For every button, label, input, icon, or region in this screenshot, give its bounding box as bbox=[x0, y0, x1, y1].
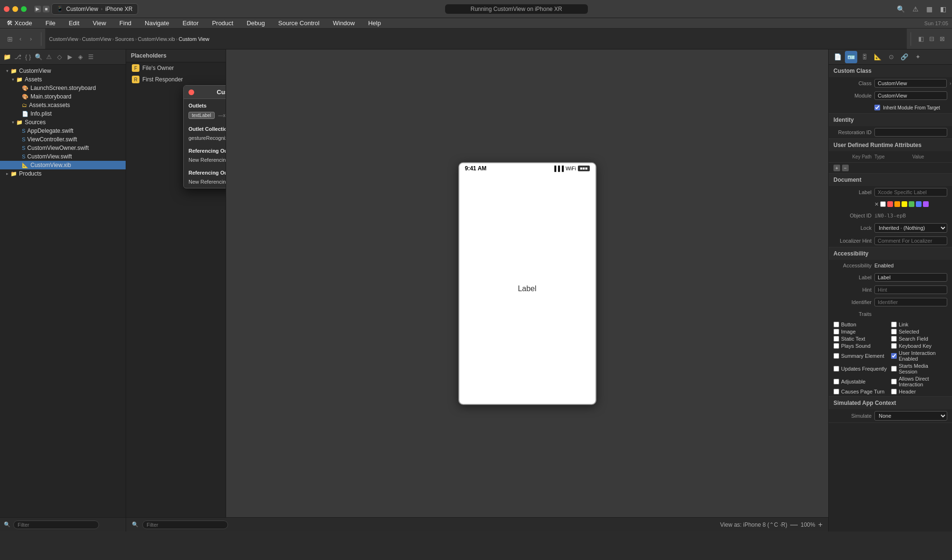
disclosure-sources[interactable]: ▾ bbox=[10, 119, 16, 126]
trait-image-checkbox[interactable] bbox=[833, 329, 839, 334]
tree-item-customview-swift[interactable]: ▸ S CustomView.swift bbox=[0, 152, 126, 161]
identity-header[interactable]: Identity bbox=[829, 114, 952, 126]
tree-item-products[interactable]: ▸ 📁 Products bbox=[0, 169, 126, 178]
trait-adjustable-checkbox[interactable] bbox=[833, 379, 839, 384]
color-swatch-green[interactable] bbox=[909, 201, 914, 207]
report-navigator-icon[interactable]: ☰ bbox=[87, 53, 95, 61]
trait-plays-sound-checkbox[interactable] bbox=[833, 343, 839, 349]
menu-editor[interactable]: Editor bbox=[179, 19, 201, 28]
minimize-button[interactable] bbox=[12, 6, 18, 12]
file-inspector-icon[interactable]: 📄 bbox=[832, 51, 844, 63]
trait-static-text-checkbox[interactable] bbox=[833, 336, 839, 342]
placeholder-files-owner[interactable]: F File's Owner bbox=[126, 62, 226, 74]
source-control-icon[interactable]: ⎇ bbox=[13, 53, 22, 61]
accessibility-identifier-input[interactable] bbox=[874, 298, 947, 306]
bindings-inspector-icon[interactable]: 🔗 bbox=[898, 51, 911, 63]
trait-link-checkbox[interactable] bbox=[891, 322, 897, 327]
color-swatch-orange[interactable] bbox=[894, 201, 900, 207]
inherit-module-checkbox[interactable] bbox=[874, 105, 880, 110]
ib-canvas[interactable]: 9:41 AM ▐▐▐ WiFi ■■■ Label bbox=[226, 49, 828, 517]
disclosure-products[interactable]: ▸ bbox=[4, 170, 10, 177]
remove-color-icon[interactable]: ✕ bbox=[874, 201, 879, 207]
menu-debug[interactable]: Debug bbox=[244, 19, 268, 28]
breadcrumb-customview[interactable]: CustomView bbox=[82, 36, 111, 42]
trait-causes-page-turn-checkbox[interactable] bbox=[833, 389, 839, 394]
breadcrumb-custom-view[interactable]: Custom View bbox=[178, 36, 209, 42]
menu-source-control[interactable]: Source Control bbox=[276, 19, 323, 28]
document-header[interactable]: Document bbox=[829, 174, 952, 186]
popup-close-button[interactable] bbox=[188, 89, 194, 95]
class-arrow-icon[interactable]: › bbox=[950, 81, 951, 86]
placeholder-first-responder[interactable]: R First Responder bbox=[126, 74, 226, 85]
nav-panel-toggle[interactable]: ⊞ bbox=[6, 35, 14, 43]
nav-forward[interactable]: › bbox=[27, 35, 35, 43]
assistant-editor-icon[interactable]: ⊟ bbox=[927, 35, 936, 43]
close-button[interactable] bbox=[4, 6, 10, 12]
trait-keyboard-key-checkbox[interactable] bbox=[891, 343, 897, 349]
tree-item-customviewowner[interactable]: ▸ S CustomViewOwner.swift bbox=[0, 144, 126, 152]
restoration-id-input[interactable] bbox=[874, 128, 947, 137]
size-inspector-icon[interactable]: 📐 bbox=[872, 51, 884, 63]
class-input[interactable] bbox=[874, 79, 947, 88]
menu-file[interactable]: File bbox=[42, 19, 58, 28]
popup-new-referencing-outlet-collection[interactable]: New Referencing Outlet Collection bbox=[184, 177, 226, 186]
search-icon[interactable]: 🔍 bbox=[895, 4, 907, 14]
menu-find[interactable]: Find bbox=[117, 19, 134, 28]
lock-select[interactable]: Inherited · (Nothing) bbox=[874, 223, 947, 233]
popup-gesture-recognizers[interactable]: gestureRecognizers bbox=[184, 134, 226, 142]
menu-view[interactable]: View bbox=[90, 19, 109, 28]
version-editor-icon[interactable]: ⊠ bbox=[938, 35, 946, 43]
tree-item-assets[interactable]: ▾ 📁 Assets bbox=[0, 75, 126, 84]
menu-window[interactable]: Window bbox=[330, 19, 357, 28]
disclosure-customview-root[interactable]: ▾ bbox=[4, 68, 10, 74]
navigator-filter-input[interactable] bbox=[13, 521, 99, 529]
menu-product[interactable]: Product bbox=[209, 19, 236, 28]
stop-button[interactable]: ■ bbox=[43, 6, 50, 12]
warning-icon[interactable]: ⚠ bbox=[911, 4, 921, 14]
menu-navigate[interactable]: Navigate bbox=[142, 19, 172, 28]
accessibility-hint-input[interactable] bbox=[874, 285, 947, 294]
color-swatch-red[interactable] bbox=[887, 201, 893, 207]
color-swatch-purple[interactable] bbox=[923, 201, 929, 207]
tree-item-appdelegate[interactable]: ▸ S AppDelegate.swift bbox=[0, 127, 126, 135]
color-swatch-yellow[interactable] bbox=[902, 201, 907, 207]
scheme-selector[interactable]: 📱 CustomView › iPhone XR bbox=[51, 3, 138, 15]
color-swatch-white[interactable] bbox=[880, 201, 886, 207]
trait-updates-frequently-checkbox[interactable] bbox=[833, 366, 839, 372]
tree-item-viewcontroller[interactable]: ▸ S ViewController.swift bbox=[0, 135, 126, 144]
issue-navigator-icon[interactable]: ⚠ bbox=[45, 53, 53, 61]
simulated-app-context-header[interactable]: Simulated App Context bbox=[829, 397, 952, 409]
view-effects-icon[interactable]: ✦ bbox=[912, 51, 924, 63]
tree-item-sources[interactable]: ▾ 📁 Sources bbox=[0, 118, 126, 127]
popup-new-referencing-outlet[interactable]: New Referencing Outlet bbox=[184, 156, 226, 164]
popup-outlet-textlabel[interactable]: textLabel —x— Text Label bbox=[184, 110, 226, 120]
color-swatch-blue[interactable] bbox=[916, 201, 922, 207]
tree-item-launchscreen[interactable]: ▸ 🎨 LaunchScreen.storyboard bbox=[0, 84, 126, 92]
tree-item-assets-xcassets[interactable]: ▸ 🗂 Assets.xcassets bbox=[0, 101, 126, 109]
connections-inspector-icon[interactable]: ⊙ bbox=[885, 51, 897, 63]
tree-item-main-storyboard[interactable]: ▸ 🎨 Main.storyboard bbox=[0, 92, 126, 101]
breakpoint-navigator-icon[interactable]: ◈ bbox=[76, 53, 85, 61]
layout-icon[interactable]: ▦ bbox=[924, 4, 934, 14]
tree-item-customview-root[interactable]: ▾ 📁 CustomView bbox=[0, 67, 126, 75]
menu-help[interactable]: Help bbox=[365, 19, 384, 28]
trait-summary-element-checkbox[interactable] bbox=[833, 353, 839, 359]
doc-label-input[interactable] bbox=[874, 188, 947, 196]
menu-edit[interactable]: Edit bbox=[66, 19, 82, 28]
breadcrumb-sources[interactable]: Sources bbox=[115, 36, 134, 42]
trait-button-checkbox[interactable] bbox=[833, 322, 839, 327]
zoom-out-button[interactable]: — bbox=[790, 521, 798, 529]
simulate-select[interactable]: None bbox=[874, 411, 947, 421]
module-input[interactable] bbox=[874, 91, 947, 100]
remove-attribute-button[interactable]: − bbox=[842, 165, 849, 171]
inspector-toggle-icon[interactable]: ◧ bbox=[938, 4, 948, 14]
user-defined-header[interactable]: User Defined Runtime Attributes bbox=[829, 139, 952, 151]
menu-xcode[interactable]: 🛠 Xcode bbox=[4, 19, 35, 28]
breadcrumb-customview-root[interactable]: CustomView bbox=[49, 36, 79, 42]
standard-editor-icon[interactable]: ◧ bbox=[917, 35, 925, 43]
file-navigator-icon[interactable]: 📁 bbox=[3, 53, 11, 61]
accessibility-label-input[interactable] bbox=[874, 273, 947, 282]
bottom-filter-input[interactable] bbox=[142, 521, 228, 529]
custom-class-header[interactable]: Custom Class bbox=[829, 65, 952, 77]
trait-starts-media-checkbox[interactable] bbox=[891, 366, 897, 372]
